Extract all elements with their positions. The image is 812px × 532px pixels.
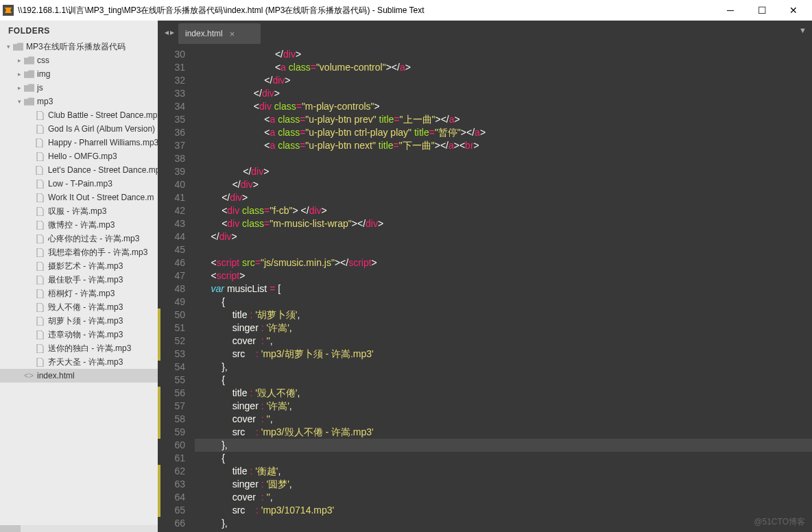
file-item[interactable]: 最佳歌手 - 许嵩.mp3 [0,273,158,287]
file-index-html[interactable]: <> index.html [0,369,158,383]
file-item[interactable]: 微博控 - 许嵩.mp3 [0,218,158,232]
file-label: 梧桐灯 - 许嵩.mp3 [48,288,115,300]
sidebar-scrollbar[interactable] [0,525,158,532]
file-item[interactable]: 梧桐灯 - 许嵩.mp3 [0,287,158,300]
file-item[interactable]: 毁人不倦 - 许嵩.mp3 [0,300,158,314]
file-label: 心疼你的过去 - 许嵩.mp3 [48,233,139,245]
folder-icon [12,42,23,51]
file-item[interactable]: 齐天大圣 - 许嵩.mp3 [0,355,158,369]
editor: ◂▸ index.html × ▼ 3031323334353637383940… [158,21,812,532]
file-item[interactable]: 我想牵着你的手 - 许嵩.mp3 [0,245,158,259]
sidebar-header: FOLDERS [0,21,158,40]
window-title: \\192.168.1.1\训言\MP3_ting\MP3在线听音乐播放器代码\… [18,5,715,16]
tab-close-icon[interactable]: × [230,29,235,39]
file-item[interactable]: 胡萝卜须 - 许嵩.mp3 [0,314,158,328]
file-item[interactable]: Work It Out - Street Dance.m [0,191,158,204]
file-icon [34,179,45,189]
file-label: 违章动物 - 许嵩.mp3 [48,329,123,341]
folder-js[interactable]: ▸ js [0,81,158,95]
folder-label: mp3 [37,97,53,106]
file-label: Club Battle - Street Dance.mp [48,110,157,120]
file-item[interactable]: Club Battle - Street Dance.mp [0,108,158,122]
chevron-right-icon: ▸ [15,71,23,77]
maximize-button[interactable]: ☐ [746,0,778,21]
nav-fwd-icon[interactable]: ▸ [170,27,174,37]
tab-bar: ◂▸ index.html × ▼ [158,21,812,44]
folder-label: js [37,83,43,93]
file-icon [34,357,45,367]
file-item[interactable]: God Is A Girl (Album Version) [0,122,158,136]
watermark: @51CTO博客 [754,516,805,528]
file-icon [34,124,45,134]
folder-icon [23,69,34,79]
file-icon [34,193,45,202]
nav-back-icon[interactable]: ◂ [165,27,169,37]
file-icon [34,316,45,326]
file-icon [34,247,45,257]
file-icon [34,165,45,175]
file-label: Work It Out - Street Dance.m [48,193,154,202]
file-label: Happy - Pharrell Williams.mp3 [48,138,158,147]
file-label: 最佳歌手 - 许嵩.mp3 [48,274,123,286]
folder-root[interactable]: ▾ MP3在线听音乐播放器代码 [0,40,158,53]
title-bar: \\192.168.1.1\训言\MP3_ting\MP3在线听音乐播放器代码\… [0,0,812,21]
file-label: 胡萝卜须 - 许嵩.mp3 [48,315,123,327]
file-icon [34,261,45,271]
tab-index-html[interactable]: index.html × [178,23,261,44]
file-icon [34,138,45,147]
chevron-down-icon: ▾ [4,43,12,50]
file-label: Hello - OMFG.mp3 [48,152,117,161]
file-item[interactable]: 违章动物 - 许嵩.mp3 [0,328,158,341]
tab-overflow-icon[interactable]: ▼ [799,26,807,34]
code-area[interactable]: 3031323334353637383940414243444546474849… [158,44,812,532]
minimize-button[interactable]: ─ [715,0,746,21]
file-label: 送你的独白 - 许嵩.mp3 [48,343,131,354]
file-label: index.html [37,371,75,380]
sidebar: FOLDERS ▾ MP3在线听音乐播放器代码 ▸ css ▸ img ▸ js [0,21,158,532]
folder-label: css [37,56,49,65]
nav-arrows[interactable]: ◂▸ [160,21,178,44]
file-label: 齐天大圣 - 许嵩.mp3 [48,356,123,368]
file-icon [34,234,45,243]
code-content[interactable]: </div> <a class="volume-control"></a> </… [195,44,812,532]
file-label: 叹服 - 许嵩.mp3 [48,206,106,217]
file-icon [34,206,45,216]
file-icon [34,289,45,298]
close-button[interactable]: ✕ [778,0,809,21]
file-item[interactable]: Happy - Pharrell Williams.mp3 [0,136,158,149]
folder-css[interactable]: ▸ css [0,53,158,67]
file-item[interactable]: 心疼你的过去 - 许嵩.mp3 [0,232,158,245]
line-gutter: 3031323334353637383940414243444546474849… [158,44,195,532]
html-file-icon: <> [23,371,34,380]
file-label: Low - T-Pain.mp3 [48,179,112,189]
app-icon [3,5,14,16]
folder-tree: ▾ MP3在线听音乐播放器代码 ▸ css ▸ img ▸ js ▾ [0,40,158,525]
file-item[interactable]: Low - T-Pain.mp3 [0,177,158,191]
file-icon [34,110,45,120]
file-label: 我想牵着你的手 - 许嵩.mp3 [48,247,147,258]
file-label: God Is A Girl (Album Version) [48,124,155,134]
file-label: 毁人不倦 - 许嵩.mp3 [48,302,123,313]
file-icon [34,330,45,339]
file-label: 微博控 - 许嵩.mp3 [48,219,115,231]
file-item[interactable]: 送你的独白 - 许嵩.mp3 [0,341,158,355]
file-icon [34,275,45,285]
file-icon [34,343,45,353]
file-icon [34,302,45,312]
file-item[interactable]: 叹服 - 许嵩.mp3 [0,204,158,218]
chevron-down-icon: ▾ [15,98,23,105]
chevron-right-icon: ▸ [15,57,23,64]
folder-icon [23,83,34,93]
tab-label: index.html [185,29,223,38]
file-label: Let's Dance - Street Dance.mp [48,165,158,175]
file-item[interactable]: Hello - OMFG.mp3 [0,149,158,163]
folder-icon [23,56,34,65]
file-item[interactable]: Let's Dance - Street Dance.mp [0,163,158,177]
file-icon [34,220,45,230]
folder-icon [23,97,34,106]
file-item[interactable]: 摄影艺术 - 许嵩.mp3 [0,259,158,273]
scrollbar-thumb[interactable] [0,525,21,532]
folder-mp3[interactable]: ▾ mp3 [0,95,158,108]
file-label: 摄影艺术 - 许嵩.mp3 [48,261,123,272]
folder-img[interactable]: ▸ img [0,67,158,81]
